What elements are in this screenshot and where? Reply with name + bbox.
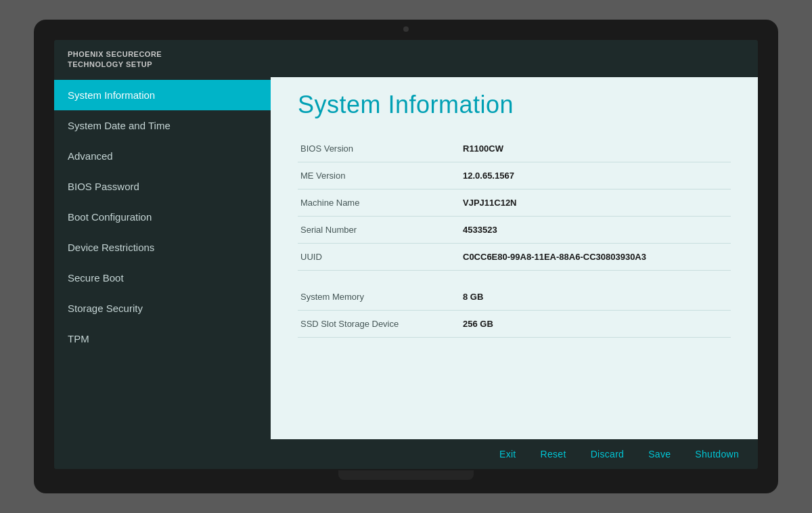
sidebar-item-boot-configuration[interactable]: Boot Configuration — [54, 202, 271, 232]
screen: PHOENIX SECURECORE TECHNOLOGY SETUP Syst… — [54, 40, 758, 469]
table-row: Machine Name VJPJ11C12N — [298, 189, 731, 216]
sidebar-item-device-restrictions[interactable]: Device Restrictions — [54, 232, 271, 263]
table-row: System Memory 8 GB — [298, 284, 731, 311]
sidebar-item-bios-password[interactable]: BIOS Password — [54, 171, 271, 202]
shutdown-button[interactable]: Shutdown — [690, 446, 744, 462]
bios-header: PHOENIX SECURECORE TECHNOLOGY SETUP — [54, 40, 758, 77]
field-value-machine-name: VJPJ11C12N — [460, 189, 731, 216]
field-label-bios-version: BIOS Version — [298, 135, 460, 162]
discard-button[interactable]: Discard — [585, 446, 630, 462]
sidebar-item-storage-security[interactable]: Storage Security — [54, 293, 271, 324]
table-row: BIOS Version R1100CW — [298, 135, 731, 162]
page-title: System Information — [298, 91, 731, 119]
sidebar-item-system-information[interactable]: System Information — [54, 80, 271, 110]
table-row: UUID C0CC6E80-99A8-11EA-88A6-CC30803930A… — [298, 243, 731, 270]
field-value-uuid: C0CC6E80-99A8-11EA-88A6-CC30803930A3 — [460, 243, 731, 270]
table-spacer — [298, 270, 731, 284]
brand-text: PHOENIX SECURECORE TECHNOLOGY SETUP — [68, 49, 744, 70]
field-value-bios-version: R1100CW — [460, 135, 731, 162]
bios-body: System Information System Date and Time … — [54, 77, 758, 439]
field-value-ssd: 256 GB — [460, 311, 731, 338]
laptop-frame: PHOENIX SECURECORE TECHNOLOGY SETUP Syst… — [34, 20, 778, 493]
sidebar-item-secure-boot[interactable]: Secure Boot — [54, 263, 271, 293]
laptop-base — [338, 470, 474, 480]
exit-button[interactable]: Exit — [494, 446, 522, 462]
field-label-uuid: UUID — [298, 243, 460, 270]
field-label-system-memory: System Memory — [298, 284, 460, 311]
field-label-ssd: SSD Slot Storage Device — [298, 311, 460, 338]
main-content: System Information BIOS Version R1100CW … — [271, 77, 758, 439]
info-table: BIOS Version R1100CW ME Version 12.0.65.… — [298, 135, 731, 338]
field-label-serial-number: Serial Number — [298, 216, 460, 243]
table-row: ME Version 12.0.65.1567 — [298, 162, 731, 189]
field-value-serial-number: 4533523 — [460, 216, 731, 243]
sidebar-item-tpm[interactable]: TPM — [54, 324, 271, 354]
table-row: SSD Slot Storage Device 256 GB — [298, 311, 731, 338]
bios-footer: Exit Reset Discard Save Shutdown — [54, 439, 758, 469]
sidebar-item-advanced[interactable]: Advanced — [54, 141, 271, 171]
webcam — [403, 26, 409, 32]
bios-ui: PHOENIX SECURECORE TECHNOLOGY SETUP Syst… — [54, 40, 758, 469]
field-label-me-version: ME Version — [298, 162, 460, 189]
sidebar-item-system-date-time[interactable]: System Date and Time — [54, 110, 271, 141]
field-value-system-memory: 8 GB — [460, 284, 731, 311]
field-value-me-version: 12.0.65.1567 — [460, 162, 731, 189]
table-row: Serial Number 4533523 — [298, 216, 731, 243]
field-label-machine-name: Machine Name — [298, 189, 460, 216]
sidebar: System Information System Date and Time … — [54, 77, 271, 439]
reset-button[interactable]: Reset — [535, 446, 572, 462]
save-button[interactable]: Save — [643, 446, 676, 462]
